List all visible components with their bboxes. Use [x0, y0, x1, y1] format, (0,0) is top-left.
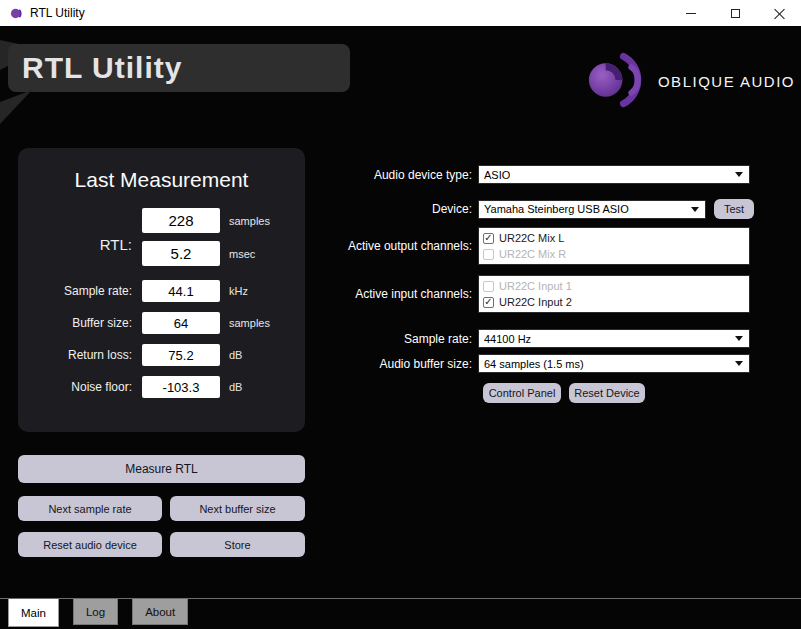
sample-rate-unit: kHz: [229, 285, 248, 297]
output-channel-option[interactable]: UR22C Mix R: [479, 246, 749, 262]
buffer-size-row: Buffer size: samples: [22, 312, 305, 334]
minimize-button[interactable]: [669, 0, 713, 26]
brand-name: OBLIQUE AUDIO: [658, 73, 795, 90]
next-buffer-size-button[interactable]: Next buffer size: [170, 496, 305, 521]
channel-label: UR22C Mix R: [499, 248, 566, 260]
oblique-audio-logo-icon: [583, 47, 654, 115]
channel-label: UR22C Input 2: [499, 296, 572, 308]
buffer-size-label: Buffer size:: [22, 316, 142, 330]
audio-device-type-row: Audio device type: ASIO: [330, 165, 750, 184]
sample-rate-select-label: Sample rate:: [330, 332, 478, 346]
action-row-1: Next sample rate Next buffer size: [18, 496, 305, 521]
noise-floor-row: Noise floor: dB: [22, 376, 305, 398]
input-channel-option[interactable]: UR22C Input 1: [479, 278, 749, 294]
output-channel-option[interactable]: UR22C Mix L: [479, 230, 749, 246]
device-label: Device:: [330, 202, 478, 216]
device-row: Device: Yamaha Steinberg USB ASIO Test: [330, 199, 754, 219]
rtl-samples-input[interactable]: [142, 208, 220, 233]
return-loss-row: Return loss: dB: [22, 344, 305, 366]
sample-rate-row: Sample rate: kHz: [22, 280, 305, 302]
return-loss-unit: dB: [229, 349, 242, 361]
test-button[interactable]: Test: [714, 199, 754, 219]
buffer-size-unit: samples: [229, 317, 270, 329]
window-controls: [669, 0, 801, 26]
sample-rate-select-row: Sample rate: 44100 Hz: [330, 329, 750, 348]
channel-label: UR22C Input 1: [499, 280, 572, 292]
device-value: Yamaha Steinberg USB ASIO: [484, 203, 629, 215]
audio-device-type-label: Audio device type:: [330, 168, 478, 182]
noise-floor-unit: dB: [229, 381, 242, 393]
sample-rate-select-value: 44100 Hz: [484, 333, 531, 345]
store-button[interactable]: Store: [170, 532, 305, 557]
chevron-down-icon: [691, 207, 699, 212]
main-content: RTL Utility OBLIQUE AUDIO Last Measureme: [0, 26, 801, 629]
output-channels-label: Active output channels:: [330, 239, 478, 253]
buffer-size-value-input[interactable]: [142, 312, 220, 334]
tab-main-label: Main: [21, 607, 46, 619]
titlebar: RTL Utility: [0, 0, 801, 26]
input-channel-option[interactable]: UR22C Input 2: [479, 294, 749, 310]
rtl-msec-input[interactable]: [142, 241, 220, 266]
buffer-size-select-value: 64 samples (1.5 ms): [484, 358, 584, 370]
checkbox-icon[interactable]: [483, 233, 494, 244]
device-select[interactable]: Yamaha Steinberg USB ASIO: [478, 200, 706, 219]
audio-device-type-value: ASIO: [484, 169, 510, 181]
last-measurement-panel: Last Measurement RTL: samples msec Sampl…: [18, 148, 305, 432]
checkbox-icon[interactable]: [483, 249, 494, 260]
buffer-size-select[interactable]: 64 samples (1.5 ms): [478, 354, 750, 373]
minimize-icon: [686, 13, 696, 14]
tab-log[interactable]: Log: [73, 599, 118, 625]
buffer-size-select-label: Audio buffer size:: [330, 357, 478, 371]
tab-about[interactable]: About: [132, 599, 188, 625]
brand-block: OBLIQUE AUDIO: [583, 46, 795, 116]
sample-rate-select[interactable]: 44100 Hz: [478, 329, 750, 348]
rtl-msec-unit: msec: [229, 248, 255, 260]
rtl-values: samples msec: [142, 208, 270, 280]
sample-rate-label: Sample rate:: [22, 284, 142, 298]
maximize-icon: [731, 9, 740, 18]
sample-rate-value-input[interactable]: [142, 280, 220, 302]
input-channels-row: Active input channels: UR22C Input 1 UR2…: [330, 275, 750, 313]
app-window: RTL Utility RTL Utility: [0, 0, 801, 629]
chevron-down-icon: [735, 172, 743, 177]
output-channels-list[interactable]: UR22C Mix L UR22C Mix R: [478, 227, 750, 265]
banner-decoration-swoosh: [0, 90, 32, 124]
chevron-down-icon: [735, 336, 743, 341]
tab-main[interactable]: Main: [8, 599, 59, 627]
rtl-samples-unit: samples: [229, 215, 270, 227]
tab-log-label: Log: [86, 606, 105, 618]
page-title: RTL Utility: [8, 51, 182, 85]
tab-about-label: About: [145, 606, 175, 618]
checkbox-icon[interactable]: [483, 281, 494, 292]
noise-floor-label: Noise floor:: [22, 380, 142, 394]
reset-audio-device-button[interactable]: Reset audio device: [18, 532, 162, 557]
header-banner: RTL Utility: [8, 44, 350, 92]
input-channels-label: Active input channels:: [330, 287, 478, 301]
return-loss-label: Return loss:: [22, 348, 142, 362]
maximize-button[interactable]: [713, 0, 757, 26]
buffer-size-select-row: Audio buffer size: 64 samples (1.5 ms): [330, 354, 750, 373]
input-channels-list[interactable]: UR22C Input 1 UR22C Input 2: [478, 275, 750, 313]
action-row-2: Reset audio device Store: [18, 532, 305, 557]
reset-device-button[interactable]: Reset Device: [569, 383, 645, 403]
channel-label: UR22C Mix L: [499, 232, 564, 244]
output-channels-row: Active output channels: UR22C Mix L UR22…: [330, 227, 750, 265]
return-loss-value-input[interactable]: [142, 344, 220, 366]
app-logo-icon: [10, 7, 23, 20]
control-panel-button[interactable]: Control Panel: [483, 383, 561, 403]
close-button[interactable]: [757, 0, 801, 26]
rtl-label: RTL:: [22, 236, 142, 253]
measure-rtl-button[interactable]: Measure RTL: [18, 455, 305, 483]
next-sample-rate-button[interactable]: Next sample rate: [18, 496, 162, 521]
noise-floor-value-input[interactable]: [142, 376, 220, 398]
tab-strip: Main Log About: [0, 598, 801, 627]
chevron-down-icon: [735, 361, 743, 366]
device-buttons-row: Control Panel Reset Device: [483, 383, 645, 403]
rtl-block: RTL: samples msec: [22, 208, 305, 280]
window-title: RTL Utility: [30, 6, 669, 20]
close-icon: [774, 8, 785, 19]
checkbox-icon[interactable]: [483, 297, 494, 308]
panel-title: Last Measurement: [18, 168, 305, 192]
audio-device-type-select[interactable]: ASIO: [478, 165, 750, 184]
